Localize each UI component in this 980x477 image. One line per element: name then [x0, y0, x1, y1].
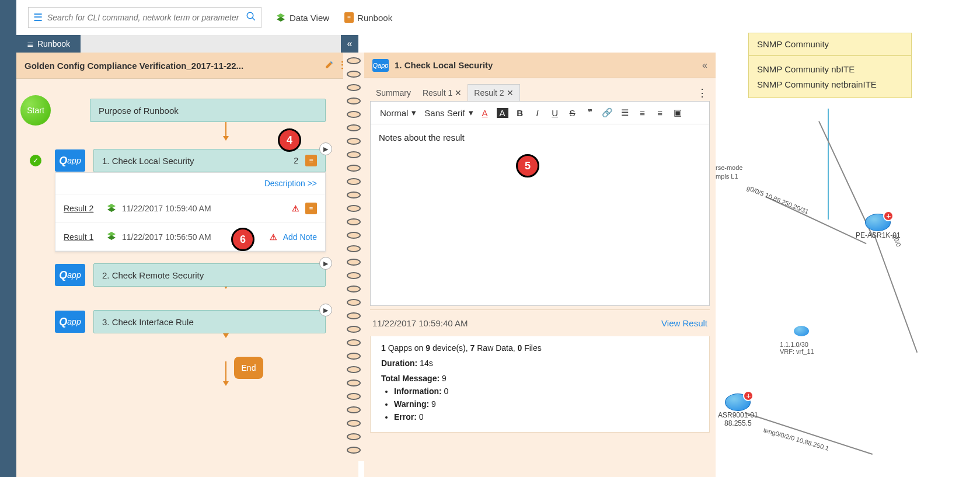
- step1-play-button[interactable]: ▶: [319, 142, 332, 155]
- qapp-badge[interactable]: Qapp: [55, 149, 85, 172]
- description-link[interactable]: Description >>: [55, 173, 325, 194]
- font-color-icon[interactable]: A: [479, 108, 491, 118]
- totalmsg-label: Total Message:: [381, 374, 440, 383]
- device-node[interactable]: + PE-ASR1K-01: [856, 214, 901, 239]
- runbook-tab-label: Runbook: [37, 39, 70, 48]
- quote-icon[interactable]: ❞: [584, 107, 596, 118]
- collapse-panel-button[interactable]: «: [341, 35, 358, 53]
- result-row-2[interactable]: Result 2 11/22/2017 10:59:40 AM ⚠ ≡: [55, 194, 325, 223]
- edit-runbook-icon[interactable]: [325, 59, 335, 72]
- tab-summary[interactable]: Summary: [370, 85, 417, 101]
- topology-map[interactable]: SNMP Community SNMP Community nbITE SNMP…: [716, 33, 980, 477]
- device-node[interactable]: + ASR9001-01 88.255.5: [718, 394, 758, 427]
- runbook-link-label: Runbook: [357, 13, 392, 23]
- start-node[interactable]: Start: [20, 95, 51, 126]
- bold-icon[interactable]: B: [514, 108, 526, 118]
- runbook-title: Golden Config Compliance Verification_20…: [25, 61, 319, 71]
- result-stats: 1 Qapps on 9 device(s), 7 Raw Data, 0 Fi…: [370, 336, 710, 433]
- step3-play-button[interactable]: ▶: [319, 304, 332, 316]
- data-view-label: Data View: [290, 13, 329, 23]
- step1-count: 2: [294, 156, 298, 165]
- flow-step2-row: Qapp 2. Check Remote Security ▶: [16, 263, 358, 287]
- step1-status-icon: ✓: [30, 155, 41, 166]
- search-icon[interactable]: [246, 11, 256, 25]
- search-input[interactable]: [47, 13, 246, 22]
- svg-line-1: [252, 18, 255, 20]
- link-icon[interactable]: 🔗: [602, 107, 613, 118]
- strike-icon[interactable]: S: [567, 108, 578, 118]
- collapse-detail-button[interactable]: «: [702, 60, 707, 71]
- tab-result1[interactable]: Result 1✕: [417, 85, 468, 101]
- flow-step1-row: ✓ Qapp 1. Check Local Security 2 ≡ ▶: [16, 149, 358, 172]
- step2-box[interactable]: 2. Check Remote Security ▶: [93, 263, 326, 287]
- ordered-list-icon[interactable]: ☰: [619, 107, 631, 118]
- runbook-body: Start Purpose of Runbook ✓ Qapp 1. Check…: [16, 78, 358, 477]
- small-router-icon[interactable]: [794, 326, 809, 336]
- view-result-link[interactable]: View Result: [661, 318, 707, 328]
- note-text: Notes about the result: [379, 133, 465, 142]
- step1-note-icon[interactable]: ≡: [305, 155, 317, 166]
- tab-more-icon[interactable]: ⋮: [695, 86, 710, 99]
- left-vertical-nav[interactable]: [0, 0, 16, 477]
- svg-marker-5: [107, 207, 116, 212]
- result2-name[interactable]: Result 2: [64, 204, 101, 213]
- callout-6: 6: [231, 228, 254, 251]
- step1-results: Description >> Result 2 11/22/2017 10:59…: [55, 172, 326, 252]
- runbook-link[interactable]: ≡ Runbook: [344, 12, 392, 23]
- bullet-list-icon[interactable]: ≡: [637, 108, 648, 118]
- info-label: Information:: [394, 387, 442, 396]
- snmp-line: SNMP Community netbrainITE: [757, 77, 903, 92]
- link-label: g0/0/5 10.88.250.20/31: [746, 184, 810, 215]
- duration-label: Duration:: [381, 358, 417, 368]
- callout-4: 4: [278, 128, 301, 152]
- flow-end-row: End: [139, 357, 358, 379]
- svg-marker-7: [107, 235, 116, 240]
- result2-note-icon[interactable]: ≡: [305, 203, 317, 214]
- step2-play-button[interactable]: ▶: [319, 257, 332, 270]
- close-icon[interactable]: ✕: [455, 88, 462, 98]
- step3-box[interactable]: 3. Check Interface Rule ▶: [93, 310, 326, 333]
- duration-value: 14s: [417, 358, 433, 368]
- style-select[interactable]: Normal: [378, 108, 410, 118]
- router-icon: +: [865, 214, 891, 231]
- editor-content[interactable]: Notes about the result: [371, 124, 709, 305]
- italic-icon[interactable]: I: [532, 108, 543, 118]
- svg-point-0: [247, 12, 253, 19]
- font-select[interactable]: Sans Serif: [422, 108, 467, 118]
- runbook-icon: ≡: [344, 12, 354, 23]
- link-label: 1.1.1.0/30: [780, 341, 808, 348]
- device-label: ASR9001-01: [718, 411, 758, 419]
- result-timestamp: 11/22/2017 10:59:40 AM: [372, 318, 661, 328]
- search-box[interactable]: ☰: [28, 7, 261, 28]
- detail-header: Qapp 1. Check Local Security «: [364, 53, 716, 78]
- purpose-box[interactable]: Purpose of Runbook: [90, 99, 326, 122]
- qapp-badge[interactable]: Qapp: [55, 311, 85, 333]
- chevron-icon[interactable]: ▾: [469, 107, 473, 118]
- result2-warn-icon: ⚠: [292, 204, 299, 213]
- link-label: rse-mode: [716, 164, 742, 171]
- close-icon[interactable]: ✕: [507, 88, 514, 98]
- step1-label: 1. Check Local Security: [102, 156, 294, 166]
- result1-name[interactable]: Result 1: [64, 232, 101, 242]
- qapp-badge[interactable]: Qapp: [55, 264, 85, 286]
- link-label: mpls L1: [716, 173, 738, 180]
- align-icon[interactable]: ≡: [654, 108, 666, 118]
- search-menu-icon[interactable]: ☰: [33, 11, 43, 24]
- chevron-icon[interactable]: ▾: [411, 107, 416, 118]
- highlight-icon[interactable]: A: [497, 108, 508, 118]
- result-row-1[interactable]: Result 1 11/22/2017 10:56:50 AM ⚠ Add No…: [55, 223, 325, 251]
- image-icon[interactable]: ▣: [672, 107, 683, 118]
- note-editor: Normal▾ Sans Serif▾ A A B I U S ❞ 🔗 ☰ ≡ …: [370, 101, 710, 306]
- tab-result2[interactable]: Result 2✕: [468, 84, 519, 101]
- stats-line: 1 Qapps on 9 device(s), 7 Raw Data, 0 Fi…: [381, 343, 699, 353]
- add-note-link[interactable]: Add Note: [283, 232, 317, 242]
- purpose-label: Purpose of Runbook: [99, 106, 179, 116]
- runbook-tab[interactable]: ≣ Runbook: [16, 35, 81, 53]
- step1-box[interactable]: 1. Check Local Security 2 ≡ ▶: [93, 149, 326, 172]
- top-bar: ☰ Data View ≡ Runbook: [16, 0, 980, 35]
- underline-icon[interactable]: U: [549, 108, 561, 118]
- callout-5: 5: [516, 154, 539, 177]
- snmp-community-note[interactable]: SNMP Community SNMP Community nbITE SNMP…: [748, 33, 912, 98]
- data-view-link[interactable]: Data View: [275, 12, 329, 23]
- snmp-line: SNMP Community nbITE: [757, 62, 903, 77]
